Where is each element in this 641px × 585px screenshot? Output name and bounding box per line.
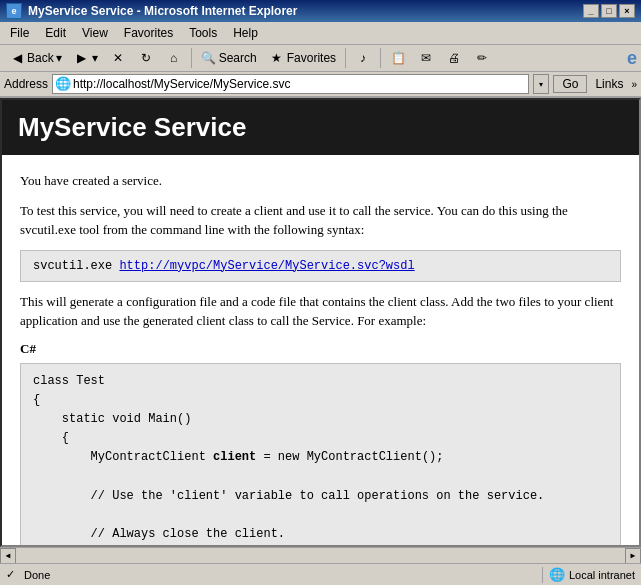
favorites-button[interactable]: ★ Favorites xyxy=(264,47,341,69)
zone-icon: 🌐 xyxy=(549,567,565,583)
title-bar: e MyService Service - Microsoft Internet… xyxy=(0,0,641,22)
status-right: 🌐 Local intranet xyxy=(542,567,635,583)
language-label: C# xyxy=(20,341,621,357)
code-box: class Test { static void Main() { MyCont… xyxy=(20,363,621,548)
status-bar: ✓ Done 🌐 Local intranet xyxy=(0,563,641,585)
search-button[interactable]: 🔍 Search xyxy=(196,47,262,69)
scroll-right-button[interactable]: ▶ xyxy=(625,548,641,564)
search-label: Search xyxy=(219,51,257,65)
window-title: MyService Service - Microsoft Internet E… xyxy=(28,4,297,18)
code-line-6 xyxy=(33,467,608,486)
address-label: Address xyxy=(4,77,48,91)
maximize-button[interactable]: □ xyxy=(601,4,617,18)
command-box: svcutil.exe http://myvpc/MyService/MySer… xyxy=(20,250,621,282)
toolbar-separator-3 xyxy=(380,48,381,68)
history-button[interactable]: 📋 xyxy=(385,47,411,69)
scroll-track[interactable] xyxy=(16,548,625,564)
page-header: MyService Service xyxy=(2,100,639,155)
code-line-3: static void Main() xyxy=(33,410,608,429)
refresh-button[interactable]: ↻ xyxy=(133,47,159,69)
back-icon: ◀ xyxy=(9,50,25,66)
forward-icon: ▶ xyxy=(74,50,90,66)
toolbar-separator-1 xyxy=(191,48,192,68)
menu-help[interactable]: Help xyxy=(227,24,264,42)
command-url[interactable]: http://myvpc/MyService/MyService.svc?wsd… xyxy=(119,259,414,273)
menu-bar: File Edit View Favorites Tools Help xyxy=(0,22,641,45)
address-globe-icon: 🌐 xyxy=(55,76,71,92)
status-icon: ✓ xyxy=(6,568,20,582)
code-line-7: // Use the 'client' variable to call ope… xyxy=(33,487,608,506)
history-icon: 📋 xyxy=(390,50,406,66)
toolbar-separator-2 xyxy=(345,48,346,68)
menu-favorites[interactable]: Favorites xyxy=(118,24,179,42)
close-button[interactable]: × xyxy=(619,4,635,18)
media-icon: ♪ xyxy=(355,50,371,66)
intro-text-3: This will generate a configuration file … xyxy=(20,292,621,331)
intro-text-2: To test this service, you will need to c… xyxy=(20,201,621,240)
zone-text: Local intranet xyxy=(569,569,635,581)
minimize-button[interactable]: _ xyxy=(583,4,599,18)
page-title: MyService Service xyxy=(18,112,623,143)
address-input[interactable] xyxy=(73,77,526,91)
content-area: MyService Service You have created a ser… xyxy=(0,98,641,547)
scroll-left-button[interactable]: ◀ xyxy=(0,548,16,564)
ie-logo: e xyxy=(627,48,637,69)
horizontal-scrollbar[interactable]: ◀ ▶ xyxy=(0,547,641,563)
window-controls[interactable]: _ □ × xyxy=(583,4,635,18)
go-button[interactable]: Go xyxy=(553,75,587,93)
address-dropdown[interactable]: ▾ xyxy=(533,74,549,94)
menu-tools[interactable]: Tools xyxy=(183,24,223,42)
page-content: MyService Service You have created a ser… xyxy=(2,100,639,547)
links-label[interactable]: Links xyxy=(591,77,627,91)
mail-icon: ✉ xyxy=(418,50,434,66)
code-line-8 xyxy=(33,506,608,525)
menu-file[interactable]: File xyxy=(4,24,35,42)
print-button[interactable]: 🖨 xyxy=(441,47,467,69)
code-line-5: MyContractClient client = new MyContract… xyxy=(33,448,608,467)
address-input-wrap: 🌐 xyxy=(52,74,529,94)
edit-button[interactable]: ✏ xyxy=(469,47,495,69)
home-button[interactable]: ⌂ xyxy=(161,47,187,69)
status-left: ✓ Done xyxy=(6,568,50,582)
code-line-1: class Test xyxy=(33,372,608,391)
search-icon: 🔍 xyxy=(201,50,217,66)
media-button[interactable]: ♪ xyxy=(350,47,376,69)
menu-view[interactable]: View xyxy=(76,24,114,42)
code-line-2: { xyxy=(33,391,608,410)
window-icon: e xyxy=(6,3,22,19)
back-label: Back xyxy=(27,51,54,65)
forward-dropdown-icon: ▾ xyxy=(92,51,98,65)
favorites-label: Favorites xyxy=(287,51,336,65)
home-icon: ⌂ xyxy=(166,50,182,66)
code-line-9: // Always close the client. xyxy=(33,525,608,544)
refresh-icon: ↻ xyxy=(138,50,154,66)
command-prefix: svcutil.exe xyxy=(33,259,119,273)
code-line-10: client.Close(); xyxy=(33,544,608,547)
toolbar: ◀ Back ▾ ▶ ▾ ✕ ↻ ⌂ 🔍 Search ★ Favorites … xyxy=(0,45,641,72)
back-button[interactable]: ◀ Back ▾ xyxy=(4,47,67,69)
stop-button[interactable]: ✕ xyxy=(105,47,131,69)
address-bar: Address 🌐 ▾ Go Links » xyxy=(0,72,641,98)
stop-icon: ✕ xyxy=(110,50,126,66)
intro-text-1: You have created a service. xyxy=(20,171,621,191)
forward-button[interactable]: ▶ ▾ xyxy=(69,47,103,69)
print-icon: 🖨 xyxy=(446,50,462,66)
back-dropdown-icon: ▾ xyxy=(56,51,62,65)
edit-icon: ✏ xyxy=(474,50,490,66)
mail-button[interactable]: ✉ xyxy=(413,47,439,69)
status-text: Done xyxy=(24,569,50,581)
code-line-4: { xyxy=(33,429,608,448)
favorites-icon: ★ xyxy=(269,50,285,66)
links-expand-icon[interactable]: » xyxy=(631,79,637,90)
menu-edit[interactable]: Edit xyxy=(39,24,72,42)
